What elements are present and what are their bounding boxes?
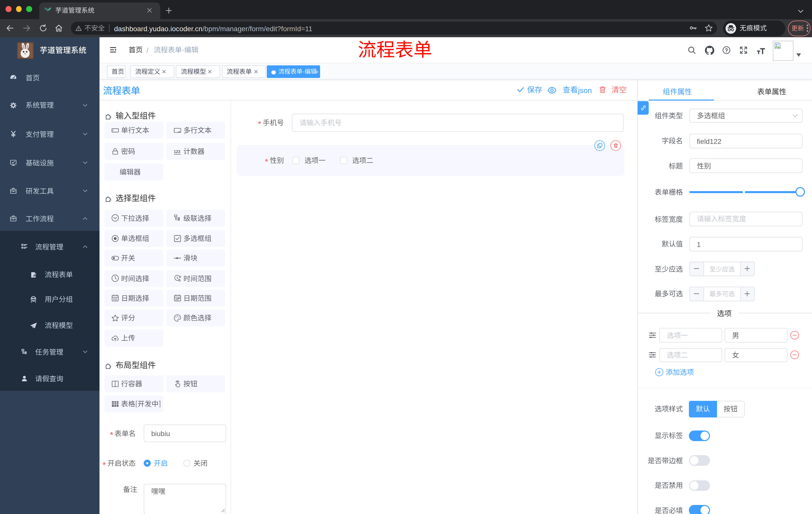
svg-text:123: 123 <box>173 150 180 154</box>
